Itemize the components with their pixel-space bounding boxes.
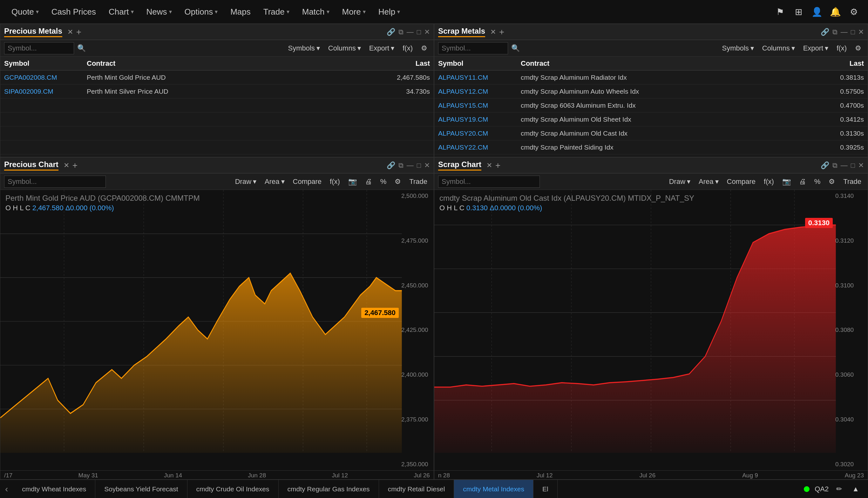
scrap-chart-close-icon[interactable]: ✕ [487, 161, 492, 170]
precious-chart-link-icon[interactable]: 🔗 [387, 161, 395, 170]
bottom-tab-item[interactable]: cmdty Regular Gas Indexes [278, 480, 379, 498]
precious-chart-fx-btn[interactable]: f(x) [327, 176, 342, 187]
precious-chart-area-btn[interactable]: Area ▾ [262, 176, 287, 187]
precious-chart-draw-btn[interactable]: Draw ▾ [233, 176, 259, 187]
bottom-up-btn[interactable]: ▲ [850, 484, 861, 495]
scrap-metals-maximize-icon[interactable]: □ [851, 28, 855, 36]
precious-metals-copy-icon[interactable]: ⧉ [398, 28, 403, 36]
precious-metals-link-icon[interactable]: 🔗 [387, 28, 395, 36]
scrap-metals-gear-btn[interactable]: ⚙ [852, 43, 864, 54]
settings-icon-btn[interactable]: ⚙ [846, 4, 861, 20]
precious-metals-gear-btn[interactable]: ⚙ [418, 43, 430, 54]
table-row[interactable] [0, 127, 434, 140]
table-row[interactable] [0, 99, 434, 113]
nav-options[interactable]: Options ▾ [180, 4, 223, 19]
precious-metals-close2-icon[interactable]: ✕ [424, 28, 430, 36]
nav-cash-prices[interactable]: Cash Prices [47, 4, 101, 19]
table-row[interactable]: ALPAUSY12.CM cmdty Scrap Aluminum Auto W… [434, 84, 868, 99]
precious-metals-symbols-btn[interactable]: Symbols ▾ [285, 43, 322, 54]
scrap-metals-export-btn[interactable]: Export ▾ [801, 43, 831, 54]
scrap-metals-search-icon[interactable]: 🔍 [511, 44, 520, 52]
precious-metals-search-icon[interactable]: 🔍 [77, 44, 86, 52]
scrap-metals-minimize-icon[interactable]: — [841, 28, 848, 36]
flag-icon-btn[interactable]: ⚑ [772, 4, 788, 20]
scrap-chart-add-icon[interactable]: + [495, 160, 501, 171]
precious-chart-pct-btn[interactable]: % [378, 176, 389, 187]
scrap-metals-close2-icon[interactable]: ✕ [858, 28, 864, 36]
table-row[interactable]: ALPAUSY51.CM cmdty Scrap Aluminum Can Id… [434, 154, 868, 157]
precious-metals-maximize-icon[interactable]: □ [417, 28, 421, 36]
precious-chart-maximize-icon[interactable]: □ [417, 161, 421, 170]
scrap-metals-columns-btn[interactable]: Columns ▾ [760, 43, 798, 54]
table-row[interactable]: GCPA005008.CM Austrian Mint Gold Price E… [0, 154, 434, 157]
scrap-chart-close2-icon[interactable]: ✕ [858, 161, 864, 170]
table-row[interactable]: ALPAUSY22.CM cmdty Scrap Painted Siding … [434, 140, 868, 154]
precious-chart-print-btn[interactable]: 🖨 [363, 176, 375, 187]
scrap-chart-link-icon[interactable]: 🔗 [821, 161, 829, 170]
scrap-chart-fx-btn[interactable]: f(x) [761, 176, 777, 187]
table-row[interactable]: ALPAUSY20.CM cmdty Scrap Aluminum Old Ca… [434, 127, 868, 140]
bottom-tab-item[interactable]: cmdty Retail Diesel [379, 480, 454, 498]
table-row[interactable]: ALPAUSY11.CM cmdty Scrap Aluminum Radiat… [434, 70, 868, 84]
bottom-tab-item[interactable]: cmdty Crude Oil Indexes [187, 480, 278, 498]
precious-chart-close2-icon[interactable]: ✕ [424, 161, 430, 170]
precious-metals-add-icon[interactable]: + [76, 27, 81, 37]
scrap-chart-trade-btn[interactable]: Trade [841, 176, 864, 187]
precious-chart-compare-btn[interactable]: Compare [290, 176, 324, 187]
precious-metals-fx-btn[interactable]: f(x) [400, 43, 415, 54]
scrap-chart-print-btn[interactable]: 🖨 [796, 176, 808, 187]
scrap-chart-compare-btn[interactable]: Compare [724, 176, 758, 187]
nav-help[interactable]: Help ▾ [373, 4, 405, 19]
precious-metals-columns-btn[interactable]: Columns ▾ [326, 43, 363, 54]
precious-chart-minimize-icon[interactable]: — [407, 161, 414, 170]
nav-maps[interactable]: Maps [225, 4, 256, 19]
precious-chart-symbol-input[interactable] [4, 176, 106, 188]
bottom-tab-item[interactable]: cmdty Wheat Indexes [13, 480, 95, 498]
bottom-tab-item[interactable]: Soybeans Yield Forecast [95, 480, 187, 498]
bell-icon-btn[interactable]: 🔔 [827, 4, 843, 20]
scrap-metals-symbols-btn[interactable]: Symbols ▾ [719, 43, 756, 54]
scrap-metals-link-icon[interactable]: 🔗 [821, 28, 829, 36]
scrap-chart-minimize-icon[interactable]: — [841, 161, 848, 170]
precious-chart-gear-btn[interactable]: ⚙ [392, 176, 403, 187]
table-row[interactable]: SIPA002009.CM Perth Mint Silver Price AU… [0, 84, 434, 99]
scrap-chart-gear-btn[interactable]: ⚙ [826, 176, 838, 187]
precious-metals-minimize-icon[interactable]: — [407, 28, 414, 36]
precious-chart-trade-btn[interactable]: Trade [407, 176, 430, 187]
scrap-metals-fx-btn[interactable]: f(x) [834, 43, 849, 54]
scrap-chart-copy-icon[interactable]: ⧉ [832, 161, 838, 170]
scrap-metals-add-icon[interactable]: + [499, 27, 504, 37]
table-row[interactable]: ALPAUSY19.CM cmdty Scrap Aluminum Old Sh… [434, 113, 868, 127]
bottom-tab-item[interactable]: cmdty Metal Indexes [454, 480, 533, 498]
table-row[interactable]: ALPAUSY15.CM cmdty Scrap 6063 Aluminum E… [434, 99, 868, 113]
nav-trade[interactable]: Trade ▾ [258, 4, 295, 19]
user-icon-btn[interactable]: 👤 [809, 4, 825, 20]
precious-metals-symbol-input[interactable] [4, 42, 74, 54]
precious-chart-camera-btn[interactable]: 📷 [346, 176, 359, 187]
scrap-chart-maximize-icon[interactable]: □ [851, 161, 855, 170]
nav-chart[interactable]: Chart ▾ [104, 4, 139, 19]
nav-match[interactable]: Match ▾ [297, 4, 335, 19]
scrap-chart-area-btn[interactable]: Area ▾ [696, 176, 721, 187]
precious-chart-close-icon[interactable]: ✕ [64, 161, 69, 170]
nav-more[interactable]: More ▾ [337, 4, 371, 19]
scrap-chart-symbol-input[interactable] [438, 176, 540, 188]
scrap-metals-copy-icon[interactable]: ⧉ [832, 28, 838, 36]
precious-metals-close-icon[interactable]: ✕ [67, 28, 73, 36]
bottom-tab-prev-arrow[interactable]: ‹ [0, 484, 13, 494]
grid-icon-btn[interactable]: ⊞ [790, 4, 806, 20]
bottom-tab-item[interactable]: El [533, 480, 558, 498]
bottom-edit-btn[interactable]: ✏ [834, 484, 844, 495]
nav-news[interactable]: News ▾ [141, 4, 177, 19]
scrap-chart-pct-btn[interactable]: % [812, 176, 823, 187]
table-row[interactable] [0, 113, 434, 127]
precious-chart-add-icon[interactable]: + [73, 160, 78, 171]
precious-metals-export-btn[interactable]: Export ▾ [367, 43, 397, 54]
table-row[interactable]: GCPA002008.CM Perth Mint Gold Price AUD … [0, 70, 434, 84]
scrap-chart-draw-btn[interactable]: Draw ▾ [666, 176, 693, 187]
scrap-metals-symbol-input[interactable] [438, 42, 508, 54]
scrap-chart-camera-btn[interactable]: 📷 [780, 176, 793, 187]
table-row[interactable] [0, 140, 434, 154]
precious-chart-copy-icon[interactable]: ⧉ [398, 161, 403, 170]
scrap-metals-close-icon[interactable]: ✕ [490, 28, 496, 36]
